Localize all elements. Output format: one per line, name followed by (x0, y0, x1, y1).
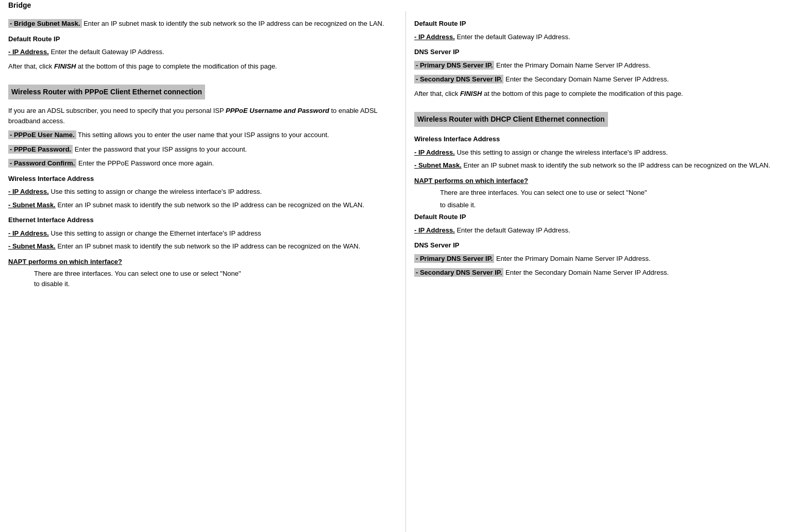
primary-dns-label-right-top: - Primary DNS Server IP. (414, 61, 494, 70)
left-column: - Bridge Subnet Mask. Enter an IP subnet… (0, 11, 406, 532)
secondary-dns-label-right-top: - Secondary DNS Server IP. (414, 75, 503, 84)
right-column: Default Route IP - IP Address. Enter the… (406, 11, 812, 532)
pppoe-password-field: - PPPoE Password. Enter the password tha… (8, 144, 397, 155)
default-route-ip-label-left: Default Route IP (8, 35, 60, 43)
ethernet-subnet-label: - Subnet Mask. (8, 242, 56, 250)
pppoe-bold-text: PPPoE Username and Password (226, 107, 329, 114)
primary-dns-text-right-top: Enter the Primary Domain Name Server IP … (496, 61, 651, 69)
ip-address-label-right-bottom: - IP Address. (414, 226, 455, 234)
pppoe-username-label: - PPPoE User Name. (8, 130, 76, 139)
ethernet-iface-header: Ethernet Interface Address (8, 215, 397, 225)
finish-note-left: After that, click FINISH at the bottom o… (8, 61, 397, 72)
secondary-dns-text-right-bottom: Enter the Secondary Domain Name Server I… (505, 269, 669, 276)
ip-address-default-left: - IP Address. Enter the default Gateway … (8, 47, 397, 57)
dns-header-right-bottom: DNS Server IP (414, 240, 804, 251)
primary-dns-right-top: - Primary DNS Server IP. Enter the Prima… (414, 60, 804, 71)
ip-address-text-right-bottom: Enter the default Gateway IP Address. (456, 226, 570, 234)
password-confirm-field: - Password Confirm. Enter the PPPoE Pass… (8, 158, 397, 169)
wireless-iface-header-right: Wireless Interface Address (414, 134, 804, 144)
pppoe-username-text: This setting allows you to enter the use… (78, 131, 329, 139)
wireless-ip-label-left: - IP Address. (8, 188, 49, 195)
wireless-iface-label-left: Wireless Interface Address (8, 175, 94, 182)
default-route-ip-header-left: Default Route IP (8, 34, 397, 44)
wireless-subnet-text-left: Enter an IP subnet mask to identify the … (57, 201, 364, 209)
wireless-iface-header-left: Wireless Interface Address (8, 174, 397, 184)
ethernet-ip-label: - IP Address. (8, 229, 49, 237)
napt-text-right-line1: There are three interfaces. You can sele… (440, 188, 804, 198)
wireless-ip-text-right: Use this setting to assign or change the… (456, 148, 668, 156)
ip-address-right-top: - IP Address. Enter the default Gateway … (414, 32, 804, 42)
wireless-ip-label-right: - IP Address. (414, 148, 455, 156)
pppoe-header-label: Wireless Router with PPPoE Client Ethern… (8, 85, 205, 99)
default-route-ip-header-right-top: Default Route IP (414, 19, 804, 29)
wireless-subnet-right: - Subnet Mask. Enter an IP subnet mask t… (414, 160, 804, 171)
page-title: Bridge (8, 1, 31, 9)
napt-text-right-line2: to disable it. (440, 200, 804, 210)
default-route-ip-header-right-bottom: Default Route IP (414, 212, 804, 222)
napt-label-left: NAPT performs on which interface? (8, 258, 122, 265)
ethernet-ip-left: - IP Address. Use this setting to assign… (8, 228, 397, 239)
ip-address-label-right-top: - IP Address. (414, 33, 455, 41)
wireless-subnet-label-right: - Subnet Mask. (414, 161, 462, 169)
bridge-subnet-label: - Bridge Subnet Mask. (8, 19, 82, 28)
finish-bold-1: FINISH (54, 62, 76, 70)
password-confirm-text: Enter the PPPoE Password once more again… (78, 159, 214, 167)
napt-header-left: NAPT performs on which interface? (8, 257, 397, 267)
primary-dns-label-right-bottom: - Primary DNS Server IP. (414, 254, 494, 263)
wireless-ip-text-left: Use this setting to assign or change the… (50, 188, 262, 195)
pppoe-intro-text: If you are an ADSL subscriber, you need … (8, 106, 397, 126)
secondary-dns-right-top: - Secondary DNS Server IP. Enter the Sec… (414, 74, 804, 85)
secondary-dns-right-bottom: - Secondary DNS Server IP. Enter the Sec… (414, 268, 804, 278)
napt-label-right: NAPT performs on which interface? (414, 177, 528, 185)
primary-dns-text-right-bottom: Enter the Primary Domain Name Server IP … (496, 255, 651, 262)
secondary-dns-text-right-top: Enter the Secondary Domain Name Server I… (505, 75, 669, 83)
ethernet-iface-label: Ethernet Interface Address (8, 216, 94, 224)
dns-label-right-top: DNS Server IP (414, 48, 459, 56)
pppoe-password-text: Enter the password that your ISP assigns… (75, 145, 247, 153)
ethernet-subnet-left: - Subnet Mask. Enter an IP subnet mask t… (8, 241, 397, 252)
napt-header-right: NAPT performs on which interface? (414, 176, 804, 186)
wireless-ip-right: - IP Address. Use this setting to assign… (414, 147, 804, 158)
ethernet-subnet-text: Enter an IP subnet mask to identify the … (57, 242, 360, 250)
finish-note-right: After that, click FINISH at the bottom o… (414, 89, 804, 99)
wireless-subnet-left: - Subnet Mask. Enter an IP subnet mask t… (8, 200, 397, 210)
wireless-ip-left: - IP Address. Use this setting to assign… (8, 187, 397, 197)
ip-address-text-1: Enter the default Gateway IP Address. (50, 48, 164, 56)
primary-dns-right-bottom: - Primary DNS Server IP. Enter the Prima… (414, 254, 804, 264)
dhcp-section-header: Wireless Router with DHCP Client Etherne… (414, 107, 804, 130)
bridge-subnet-intro: - Bridge Subnet Mask. Enter an IP subnet… (8, 19, 397, 29)
wireless-subnet-label-left: - Subnet Mask. (8, 201, 56, 209)
default-route-ip-label-right-bottom: Default Route IP (414, 213, 466, 221)
dns-label-right-bottom: DNS Server IP (414, 241, 459, 249)
bridge-subnet-text: Enter an IP subnet mask to identify the … (83, 20, 384, 27)
pppoe-password-label: - PPPoE Password. (8, 145, 73, 154)
napt-text-left: There are three interfaces. You can sele… (34, 269, 397, 289)
wireless-iface-label-right: Wireless Interface Address (414, 135, 500, 143)
ethernet-ip-text: Use this setting to assign or change the… (50, 229, 261, 237)
ip-address-right-bottom: - IP Address. Enter the default Gateway … (414, 225, 804, 236)
pppoe-section-header: Wireless Router with PPPoE Client Ethern… (8, 79, 397, 103)
dhcp-header-label: Wireless Router with DHCP Client Etherne… (414, 112, 608, 127)
wireless-subnet-text-right: Enter an IP subnet mask to identify the … (463, 161, 770, 169)
finish-bold-right: FINISH (460, 90, 482, 97)
pppoe-username-field: - PPPoE User Name. This setting allows y… (8, 130, 397, 140)
ip-address-text-right-top: Enter the default Gateway IP Address. (456, 33, 570, 41)
ip-address-label-1: - IP Address. (8, 48, 49, 56)
secondary-dns-label-right-bottom: - Secondary DNS Server IP. (414, 268, 503, 277)
dns-header-right-top: DNS Server IP (414, 47, 804, 57)
password-confirm-label: - Password Confirm. (8, 159, 76, 168)
default-route-ip-label-right-top: Default Route IP (414, 20, 466, 27)
